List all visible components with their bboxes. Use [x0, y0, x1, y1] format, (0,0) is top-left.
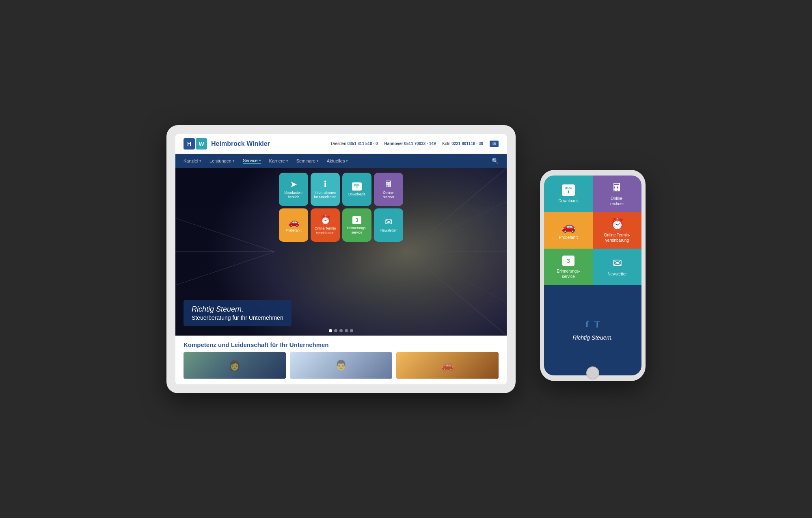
tile-termin[interactable]: ⏰ Online Terminvereinbaren: [311, 208, 340, 242]
mobile-car-icon: 🚗: [561, 221, 576, 232]
hannover-contact: Hannover 0511 70032 · 149: [384, 141, 436, 146]
dot-5[interactable]: [350, 329, 353, 332]
contact-info: Dresden 0351 811 510 · 0 Hannover 0511 7…: [331, 141, 499, 147]
nav-karriere[interactable]: Karriere ▾: [269, 158, 288, 163]
info-icon: ℹ: [324, 180, 327, 189]
section-title: Kompetenz und Leidenschaft für Ihr Unter…: [184, 341, 499, 348]
logo-w: W: [196, 138, 207, 150]
mobile-rechner-icon: 🖩: [611, 182, 623, 193]
chevron-down-icon: ▾: [233, 159, 235, 163]
svg-line-3: [407, 168, 507, 252]
svg-line-1: [175, 218, 275, 251]
chevron-down-icon: ▾: [259, 158, 261, 163]
mobile-slogan: Richtig Steuern.: [572, 334, 613, 341]
mobile-home-button[interactable]: [586, 366, 599, 379]
logo-h: H: [184, 138, 195, 150]
chevron-down-icon: ▾: [199, 159, 201, 163]
mobile-screen: DOC ⬇ Downloads 🖩 Online-rechner 🚗 Probe…: [544, 176, 641, 375]
twitter-icon[interactable]: 𝕋: [594, 320, 600, 329]
downloads-icon: DOC ⬇: [352, 182, 362, 191]
dot-2[interactable]: [334, 329, 337, 332]
hero-slogan-main: Steuerberatung für Ihr Unternehmen: [192, 314, 283, 321]
site-header: H W Heimbrock Winkler Dresden 0351 811 5…: [175, 134, 507, 154]
mobile-tile-newsletter[interactable]: ✉ Newsletter: [593, 249, 641, 285]
calendar-icon: 3: [352, 216, 361, 224]
tablet-screen: H W Heimbrock Winkler Dresden 0351 811 5…: [175, 134, 507, 384]
nav-seminare[interactable]: Seminare ▾: [296, 158, 319, 163]
hero-slogan-italic: Richtig Steuern.: [192, 305, 283, 314]
mobile-tile-probefahrt[interactable]: 🚗 Probefahrt: [544, 212, 593, 249]
mobile-tiles-grid: DOC ⬇ Downloads 🖩 Online-rechner 🚗 Probe…: [544, 176, 641, 285]
tile-downloads[interactable]: DOC ⬇ Downloads: [342, 173, 371, 206]
car-icon: 🚗: [288, 218, 299, 227]
tile-probefahrt[interactable]: 🚗 Probefahrt: [279, 208, 308, 242]
svg-line-2: [175, 251, 275, 285]
clock-icon: ⏰: [320, 216, 331, 225]
mandanten-icon: ➤: [290, 180, 297, 189]
chevron-down-icon: ▾: [317, 159, 319, 163]
nav-service[interactable]: Service ▾: [243, 158, 261, 164]
nav-kanzlei[interactable]: Kanzlei ▾: [184, 158, 201, 163]
logo-box: H W: [184, 138, 207, 150]
hero-section: ➤ Mandanten-bereich ℹ Informationenfür M…: [175, 168, 507, 336]
tile-informationen[interactable]: ℹ Informationenfür Mandanten: [311, 173, 340, 206]
svg-line-6: [407, 201, 507, 251]
mobile-rechner-label: Online-rechner: [610, 196, 624, 206]
mobile-tile-erinnerung[interactable]: 3 Erinnerungs-service: [544, 249, 593, 285]
mobile-tile-termin[interactable]: ⏰ Online Termin-vereinbarung: [593, 212, 641, 249]
dot-1[interactable]: [329, 329, 332, 332]
mobile-footer: f 𝕋 f 🐦 Richtig Steuern.: [544, 285, 641, 375]
mobile-erinnerung-label: Erinnerungs-service: [557, 269, 580, 279]
lower-content: Kompetenz und Leidenschaft für Ihr Unter…: [175, 336, 507, 384]
photo-row: 👩 👨 🚗: [184, 352, 499, 379]
hero-text: Richtig Steuern. Steuerberatung für Ihr …: [184, 300, 292, 326]
koln-contact: Köln 0221 801118 · 30: [442, 141, 483, 146]
site-nav: Kanzlei ▾ Leistungen ▾ Service ▾ Karrier…: [175, 154, 507, 168]
dot-4[interactable]: [345, 329, 348, 332]
newsletter-icon: ✉: [385, 218, 392, 227]
nav-aktuelles[interactable]: Aktuelles ▾: [327, 158, 348, 163]
mobile-calendar-icon: 3: [562, 256, 574, 266]
photo-2: 👨: [290, 352, 392, 379]
logo-area: H W Heimbrock Winkler: [184, 138, 270, 150]
carousel-dots: [329, 329, 353, 332]
svg-line-4: [407, 251, 507, 336]
photo-3: 🚗: [396, 352, 499, 379]
search-icon[interactable]: 🔍: [492, 158, 499, 164]
main-scene: H W Heimbrock Winkler Dresden 0351 811 5…: [166, 125, 646, 393]
mobile-tile-rechner[interactable]: 🖩 Online-rechner: [593, 176, 641, 212]
nav-leistungen[interactable]: Leistungen ▾: [209, 158, 235, 163]
tile-newsletter[interactable]: ✉ Newsletter: [374, 208, 403, 242]
mobile-clock-icon: ⏰: [610, 219, 624, 230]
svg-line-7: [407, 251, 507, 302]
mobile-downloads-icon: DOC ⬇: [562, 184, 575, 196]
mobile-device: DOC ⬇ Downloads 🖩 Online-rechner 🚗 Probe…: [540, 170, 646, 381]
dot-3[interactable]: [339, 329, 343, 332]
tile-online-rechner[interactable]: 🖩 Online-rechner: [374, 173, 403, 206]
mobile-downloads-label: Downloads: [558, 198, 578, 204]
social-icons: f 𝕋 f 🐦: [586, 320, 600, 329]
facebook-icon[interactable]: f: [586, 320, 589, 329]
dresden-contact: Dresden 0351 811 510 · 0: [331, 141, 378, 146]
tile-erinnerung[interactable]: 3 Erinnerungs-service: [342, 208, 371, 242]
tile-mandanten[interactable]: ➤ Mandanten-bereich: [279, 173, 308, 206]
rechner-icon: 🖩: [384, 180, 393, 189]
photo-1: 👩: [184, 352, 286, 379]
mobile-termin-label: Online Termin-vereinbarung: [604, 232, 631, 243]
email-icon[interactable]: ✉: [490, 141, 499, 147]
service-tiles-grid: ➤ Mandanten-bereich ℹ Informationenfür M…: [279, 173, 403, 242]
mobile-newsletter-label: Newsletter: [607, 271, 626, 277]
tablet-device: H W Heimbrock Winkler Dresden 0351 811 5…: [166, 125, 516, 393]
mobile-newsletter-icon: ✉: [613, 258, 622, 269]
chevron-down-icon: ▾: [346, 159, 348, 163]
brand-name: Heimbrock Winkler: [211, 140, 270, 147]
mobile-tile-downloads[interactable]: DOC ⬇ Downloads: [544, 176, 593, 212]
chevron-down-icon: ▾: [286, 159, 288, 163]
mobile-probefahrt-label: Probefahrt: [559, 235, 578, 240]
